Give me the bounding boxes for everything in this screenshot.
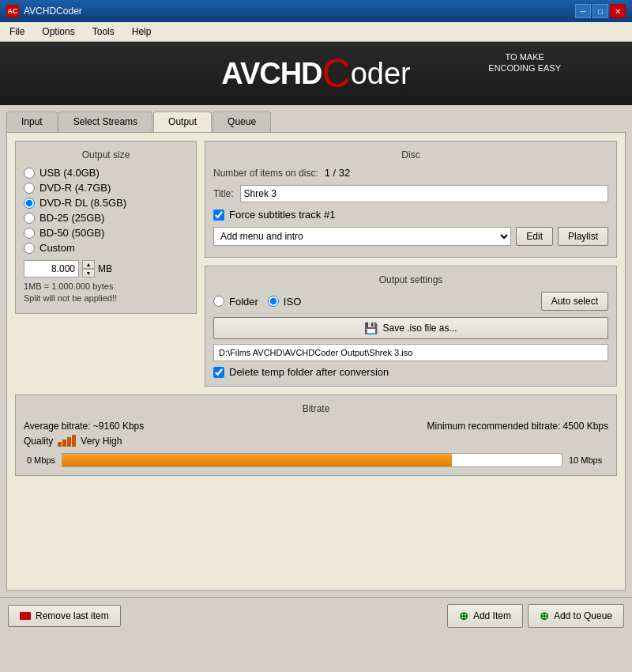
delete-temp-row: Delete temp folder after conversion: [213, 366, 608, 378]
output-settings-title: Output settings: [213, 274, 608, 285]
bottom-left: Remove last item: [8, 605, 121, 627]
radio-dvdr-label: DVD-R (4.7GB): [40, 182, 111, 194]
logo-c: C: [322, 51, 351, 96]
remove-last-item-button[interactable]: Remove last item: [8, 605, 121, 627]
delete-temp-checkbox[interactable]: [213, 367, 224, 378]
force-subtitles-row: Force subtitles track #1: [213, 209, 608, 221]
spinner-input[interactable]: 8.000: [24, 260, 79, 277]
auto-select-button[interactable]: Auto select: [541, 292, 608, 311]
bitrate-title: Bitrate: [24, 403, 608, 414]
disc-items-row: Number of items on disc: 1 / 32: [213, 167, 608, 179]
two-col-layout: Output size USB (4.0GB) DVD-R (4.7GB): [15, 141, 617, 387]
radio-iso[interactable]: ISO: [268, 296, 301, 308]
radio-bd25-input[interactable]: [24, 213, 35, 224]
radio-folder[interactable]: Folder: [213, 296, 258, 308]
output-settings-section: Output settings Folder ISO Auto select: [205, 266, 617, 387]
tab-content: Output size USB (4.0GB) DVD-R (4.7GB): [6, 132, 626, 591]
force-subtitles-label: Force subtitles track #1: [229, 209, 335, 221]
close-button[interactable]: ✕: [610, 4, 626, 18]
menu-help[interactable]: Help: [127, 25, 156, 39]
radio-folder-input[interactable]: [213, 296, 224, 307]
save-iso-button[interactable]: 💾 Save .iso file as...: [213, 317, 608, 339]
radio-custom-label: Custom: [40, 242, 75, 254]
menu-intro-dropdown[interactable]: Add menu and intro No menu Simple menu: [213, 227, 511, 246]
maximize-button[interactable]: □: [592, 4, 608, 18]
radio-custom[interactable]: Custom: [24, 242, 188, 254]
iso-label: ISO: [284, 296, 301, 308]
disc-items-label: Number of items on disc:: [213, 168, 318, 179]
disc-section: Disc Number of items on disc: 1 / 32 Tit…: [205, 141, 617, 258]
split-note: 1MB = 1.000.000 bytes Split will not be …: [24, 281, 188, 305]
quality-bar-4: [72, 435, 76, 447]
app-header: TO MAKE ENCODING EASY AVCHD C oder: [0, 42, 632, 105]
tab-queue[interactable]: Queue: [213, 111, 271, 132]
force-subtitles-checkbox[interactable]: [213, 210, 224, 221]
split-note-line2: Split will not be applied!!: [24, 293, 188, 304]
title-bar: AC AVCHDCoder ─ □ ✕: [0, 0, 632, 22]
title-bar-left: AC AVCHDCoder: [6, 5, 82, 17]
folder-label: Folder: [229, 296, 258, 308]
tab-select-streams[interactable]: Select Streams: [58, 111, 152, 132]
menu-tools[interactable]: Tools: [88, 25, 119, 39]
menu-options[interactable]: Options: [37, 25, 79, 39]
progress-max-label: 10 Mbps: [569, 455, 608, 465]
add-item-label: Add Item: [473, 610, 511, 621]
logo-oder: oder: [351, 57, 411, 91]
radio-custom-input[interactable]: [24, 243, 35, 254]
radio-dvdr[interactable]: DVD-R (4.7GB): [24, 182, 188, 194]
path-value: D:\Films AVCHD\AVCHDCoder Output\Shrek 3…: [219, 348, 412, 357]
menu-dropdown-row: Add menu and intro No menu Simple menu E…: [213, 227, 608, 246]
split-note-line1: 1MB = 1.000.000 bytes: [24, 281, 188, 293]
quality-bar-1: [58, 442, 62, 447]
disc-title: Disc: [213, 149, 608, 160]
menu-bar: File Options Tools Help: [0, 22, 632, 42]
edit-button[interactable]: Edit: [516, 227, 553, 246]
tab-input[interactable]: Input: [6, 111, 58, 132]
quality-row: Quality Very High: [24, 435, 608, 447]
radio-dvdrdl-input[interactable]: [24, 198, 35, 209]
bottom-right: ⊕ Add Item ⊕ Add to Queue: [447, 604, 624, 628]
radio-usb-input[interactable]: [24, 168, 35, 179]
remove-last-item-label: Remove last item: [36, 610, 109, 621]
bitrate-section: Bitrate Average bitrate: ~9160 Kbps Mini…: [15, 395, 617, 476]
radio-usb[interactable]: USB (4.0GB): [24, 167, 188, 179]
radio-iso-input[interactable]: [268, 296, 279, 307]
radio-dvdrdl[interactable]: DVD-R DL (8.5GB): [24, 197, 188, 209]
menu-file[interactable]: File: [5, 25, 29, 39]
quality-bar-2: [62, 440, 66, 447]
spinner-down-button[interactable]: ▼: [82, 269, 95, 277]
output-size-box: Output size USB (4.0GB) DVD-R (4.7GB): [15, 141, 197, 314]
average-bitrate-label: Average bitrate:: [24, 421, 91, 432]
tab-output[interactable]: Output: [153, 111, 212, 132]
radio-bd50-label: BD-50 (50GB): [40, 227, 104, 239]
add-to-queue-button[interactable]: ⊕ Add to Queue: [528, 604, 624, 628]
spinner-up-button[interactable]: ▲: [82, 260, 95, 269]
logo-tagline: TO MAKE ENCODING EASY: [488, 51, 561, 74]
tagline-line1: TO MAKE: [488, 51, 561, 62]
average-bitrate-value: ~9160 Kbps: [93, 421, 144, 432]
playlist-button[interactable]: Playlist: [558, 227, 608, 246]
radio-bd25[interactable]: BD-25 (25GB): [24, 212, 188, 224]
add-item-button[interactable]: ⊕ Add Item: [447, 604, 523, 628]
delete-temp-label: Delete temp folder after conversion: [229, 366, 389, 378]
radio-bd50[interactable]: BD-50 (50GB): [24, 227, 188, 239]
progress-bar-fill: [62, 454, 452, 466]
window-title: AVCHDCoder: [24, 6, 82, 17]
logo-avchd: AVCHD: [221, 57, 322, 91]
radio-dvdr-input[interactable]: [24, 183, 35, 194]
right-panel: Disc Number of items on disc: 1 / 32 Tit…: [205, 141, 617, 387]
minimize-button[interactable]: ─: [575, 4, 591, 18]
quality-bar-3: [67, 437, 71, 447]
main-content: Input Select Streams Output Queue Output…: [0, 105, 632, 597]
remove-icon: [20, 612, 31, 620]
bottom-bar: Remove last item ⊕ Add Item ⊕ Add to Que…: [0, 597, 632, 634]
quality-value: Very High: [81, 436, 122, 447]
output-size-title: Output size: [24, 149, 188, 160]
disc-title-input[interactable]: [240, 185, 608, 202]
radio-bd50-input[interactable]: [24, 228, 35, 239]
tagline-line2: ENCODING EASY: [488, 62, 561, 74]
add-to-queue-label: Add to Queue: [554, 610, 612, 621]
radio-bd25-label: BD-25 (25GB): [40, 212, 104, 224]
spinner-row: 8.000 ▲ ▼ MB: [24, 260, 188, 277]
app-logo: AVCHD C oder: [221, 51, 410, 96]
